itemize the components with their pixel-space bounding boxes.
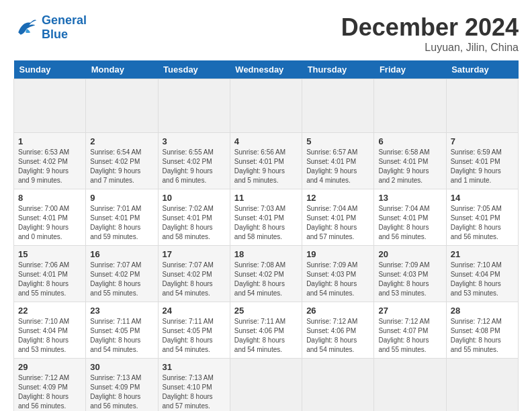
calendar-day-cell (302, 359, 374, 412)
calendar-day-cell (14, 79, 86, 133)
day-info: Sunrise: 6:59 AM Sunset: 4:01 PM Dayligh… (451, 148, 514, 185)
day-number: 27 (378, 306, 441, 316)
calendar-day-cell (302, 79, 374, 133)
day-number: 22 (18, 306, 81, 316)
calendar-day-cell (374, 79, 446, 133)
calendar-day-cell: 18Sunrise: 7:08 AM Sunset: 4:02 PM Dayli… (230, 246, 302, 302)
day-number: 9 (90, 193, 153, 203)
calendar-day-cell: 6Sunrise: 6:58 AM Sunset: 4:01 PM Daylig… (374, 133, 446, 189)
day-number: 11 (234, 193, 298, 203)
calendar-day-cell: 26Sunrise: 7:12 AM Sunset: 4:06 PM Dayli… (302, 302, 374, 359)
day-info: Sunrise: 7:11 AM Sunset: 4:05 PM Dayligh… (163, 317, 226, 355)
day-number: 10 (163, 193, 226, 203)
days-header-row: SundayMondayTuesdayWednesdayThursdayFrid… (14, 60, 519, 79)
calendar-day-cell: 25Sunrise: 7:11 AM Sunset: 4:06 PM Dayli… (230, 302, 302, 359)
logo-text: General Blue (42, 13, 87, 42)
calendar-day-cell (446, 79, 518, 133)
day-info: Sunrise: 7:02 AM Sunset: 4:01 PM Dayligh… (163, 204, 226, 242)
day-info: Sunrise: 7:12 AM Sunset: 4:09 PM Dayligh… (18, 373, 81, 411)
day-number: 15 (18, 249, 81, 259)
day-number: 12 (306, 193, 369, 203)
day-number: 24 (163, 306, 226, 316)
day-number: 30 (90, 362, 153, 372)
day-info: Sunrise: 7:12 AM Sunset: 4:08 PM Dayligh… (451, 317, 514, 355)
day-info: Sunrise: 7:00 AM Sunset: 4:01 PM Dayligh… (18, 204, 81, 242)
day-info: Sunrise: 6:54 AM Sunset: 4:02 PM Dayligh… (90, 148, 153, 185)
calendar-day-cell: 3Sunrise: 6:55 AM Sunset: 4:02 PM Daylig… (158, 133, 230, 189)
calendar-day-cell: 22Sunrise: 7:10 AM Sunset: 4:04 PM Dayli… (14, 302, 86, 359)
calendar-day-cell: 14Sunrise: 7:05 AM Sunset: 4:01 PM Dayli… (446, 189, 518, 246)
day-info: Sunrise: 7:11 AM Sunset: 4:05 PM Dayligh… (90, 317, 153, 355)
day-number: 26 (306, 306, 369, 316)
day-info: Sunrise: 7:07 AM Sunset: 4:02 PM Dayligh… (163, 261, 226, 298)
day-info: Sunrise: 7:10 AM Sunset: 4:04 PM Dayligh… (18, 317, 81, 355)
day-number: 19 (306, 249, 369, 259)
calendar-day-cell: 10Sunrise: 7:02 AM Sunset: 4:01 PM Dayli… (158, 189, 230, 246)
day-info: Sunrise: 6:57 AM Sunset: 4:01 PM Dayligh… (306, 148, 369, 185)
calendar-day-cell (446, 359, 518, 412)
day-header-sunday: Sunday (14, 60, 86, 79)
calendar-day-cell: 28Sunrise: 7:12 AM Sunset: 4:08 PM Dayli… (446, 302, 518, 359)
calendar-day-cell: 30Sunrise: 7:13 AM Sunset: 4:09 PM Dayli… (86, 359, 158, 412)
day-info: Sunrise: 7:09 AM Sunset: 4:03 PM Dayligh… (306, 261, 369, 298)
day-number: 17 (163, 249, 226, 259)
day-info: Sunrise: 7:03 AM Sunset: 4:01 PM Dayligh… (234, 204, 298, 242)
calendar-week-row (14, 79, 519, 133)
day-number: 5 (306, 136, 369, 146)
calendar-day-cell: 21Sunrise: 7:10 AM Sunset: 4:04 PM Dayli… (446, 246, 518, 302)
calendar-day-cell: 13Sunrise: 7:04 AM Sunset: 4:01 PM Dayli… (374, 189, 446, 246)
calendar-day-cell: 1Sunrise: 6:53 AM Sunset: 4:02 PM Daylig… (14, 133, 86, 189)
calendar-week-row: 8Sunrise: 7:00 AM Sunset: 4:01 PM Daylig… (14, 189, 519, 246)
calendar-table: SundayMondayTuesdayWednesdayThursdayFrid… (13, 60, 519, 411)
calendar-day-cell: 4Sunrise: 6:56 AM Sunset: 4:01 PM Daylig… (230, 133, 302, 189)
calendar-week-row: 1Sunrise: 6:53 AM Sunset: 4:02 PM Daylig… (14, 133, 519, 189)
calendar-day-cell: 17Sunrise: 7:07 AM Sunset: 4:02 PM Dayli… (158, 246, 230, 302)
day-info: Sunrise: 7:13 AM Sunset: 4:09 PM Dayligh… (90, 373, 153, 411)
calendar-day-cell (230, 79, 302, 133)
day-info: Sunrise: 7:04 AM Sunset: 4:01 PM Dayligh… (306, 204, 369, 242)
day-info: Sunrise: 7:01 AM Sunset: 4:01 PM Dayligh… (90, 204, 153, 242)
location-title: Luyuan, Jilin, China (341, 42, 519, 54)
day-info: Sunrise: 6:58 AM Sunset: 4:01 PM Dayligh… (378, 148, 441, 185)
day-number: 8 (18, 193, 81, 203)
day-number: 7 (451, 136, 514, 146)
calendar-day-cell: 20Sunrise: 7:09 AM Sunset: 4:03 PM Dayli… (374, 246, 446, 302)
calendar-day-cell: 23Sunrise: 7:11 AM Sunset: 4:05 PM Dayli… (86, 302, 158, 359)
day-info: Sunrise: 6:56 AM Sunset: 4:01 PM Dayligh… (234, 148, 298, 185)
day-info: Sunrise: 7:05 AM Sunset: 4:01 PM Dayligh… (451, 204, 514, 242)
logo-icon (13, 15, 38, 40)
calendar-day-cell: 29Sunrise: 7:12 AM Sunset: 4:09 PM Dayli… (14, 359, 86, 412)
day-number: 4 (234, 136, 298, 146)
calendar-day-cell: 7Sunrise: 6:59 AM Sunset: 4:01 PM Daylig… (446, 133, 518, 189)
day-number: 13 (378, 193, 441, 203)
day-number: 14 (451, 193, 514, 203)
day-number: 2 (90, 136, 153, 146)
day-info: Sunrise: 7:04 AM Sunset: 4:01 PM Dayligh… (378, 204, 441, 242)
day-number: 31 (163, 362, 226, 372)
day-info: Sunrise: 7:11 AM Sunset: 4:06 PM Dayligh… (234, 317, 298, 355)
day-info: Sunrise: 6:55 AM Sunset: 4:02 PM Dayligh… (163, 148, 226, 185)
calendar-day-cell: 31Sunrise: 7:13 AM Sunset: 4:10 PM Dayli… (158, 359, 230, 412)
day-header-friday: Friday (374, 60, 446, 79)
calendar-day-cell: 19Sunrise: 7:09 AM Sunset: 4:03 PM Dayli… (302, 246, 374, 302)
day-header-wednesday: Wednesday (230, 60, 302, 79)
calendar-day-cell (374, 359, 446, 412)
calendar-day-cell: 27Sunrise: 7:12 AM Sunset: 4:07 PM Dayli… (374, 302, 446, 359)
day-number: 6 (378, 136, 441, 146)
calendar-week-row: 29Sunrise: 7:12 AM Sunset: 4:09 PM Dayli… (14, 359, 519, 412)
day-number: 23 (90, 306, 153, 316)
day-info: Sunrise: 6:53 AM Sunset: 4:02 PM Dayligh… (18, 148, 81, 185)
calendar-day-cell: 8Sunrise: 7:00 AM Sunset: 4:01 PM Daylig… (14, 189, 86, 246)
day-number: 21 (451, 249, 514, 259)
logo: General Blue (13, 13, 87, 42)
day-number: 18 (234, 249, 298, 259)
day-header-monday: Monday (86, 60, 158, 79)
calendar-day-cell: 15Sunrise: 7:06 AM Sunset: 4:01 PM Dayli… (14, 246, 86, 302)
calendar-day-cell: 12Sunrise: 7:04 AM Sunset: 4:01 PM Dayli… (302, 189, 374, 246)
page-header: General Blue December 2024 Luyuan, Jilin… (13, 13, 519, 54)
calendar-day-cell: 24Sunrise: 7:11 AM Sunset: 4:05 PM Dayli… (158, 302, 230, 359)
calendar-day-cell: 2Sunrise: 6:54 AM Sunset: 4:02 PM Daylig… (86, 133, 158, 189)
day-info: Sunrise: 7:12 AM Sunset: 4:06 PM Dayligh… (306, 317, 369, 355)
calendar-day-cell (230, 359, 302, 412)
day-info: Sunrise: 7:13 AM Sunset: 4:10 PM Dayligh… (163, 373, 226, 411)
